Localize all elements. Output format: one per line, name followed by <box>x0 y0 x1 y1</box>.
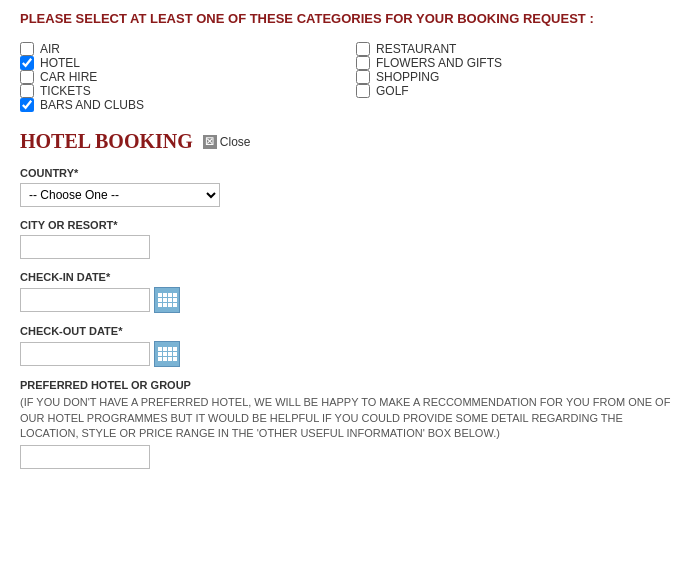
category-item-bars-clubs[interactable]: BARS AND CLUBS <box>20 98 336 112</box>
label-car-hire: CAR HIRE <box>40 70 97 84</box>
checkbox-tickets[interactable] <box>20 84 34 98</box>
checkout-label: CHECK-OUT DATE* <box>20 325 672 337</box>
label-hotel: HOTEL <box>40 56 80 70</box>
label-golf: GOLF <box>376 84 409 98</box>
checkin-calendar-button[interactable] <box>154 287 180 313</box>
city-label: CITY OR RESORT* <box>20 219 672 231</box>
label-restaurant: RESTAURANT <box>376 42 456 56</box>
category-item-shopping[interactable]: SHOPPING <box>356 70 672 84</box>
city-input[interactable] <box>20 235 150 259</box>
hotel-booking-header: HOTEL BOOKING ☒ Close <box>20 130 672 153</box>
categories-grid: AIR HOTEL CAR HIRE TICKETS BARS AND CLUB… <box>20 42 672 112</box>
instruction-text: PLEASE SELECT AT LEAST ONE OF THESE CATE… <box>20 10 672 28</box>
checkbox-hotel[interactable] <box>20 56 34 70</box>
category-item-car-hire[interactable]: CAR HIRE <box>20 70 336 84</box>
checkin-row <box>20 287 672 313</box>
preferred-hotel-desc: (IF YOU DON'T HAVE A PREFERRED HOTEL, WE… <box>20 395 672 441</box>
label-flowers-gifts: FLOWERS AND GIFTS <box>376 56 502 70</box>
checkbox-golf[interactable] <box>356 84 370 98</box>
category-item-flowers-gifts[interactable]: FLOWERS AND GIFTS <box>356 56 672 70</box>
close-label: Close <box>220 135 251 149</box>
checkbox-car-hire[interactable] <box>20 70 34 84</box>
country-select[interactable]: -- Choose One -- <box>20 183 220 207</box>
close-icon: ☒ <box>203 135 217 149</box>
checkbox-restaurant[interactable] <box>356 42 370 56</box>
category-item-hotel[interactable]: HOTEL <box>20 56 336 70</box>
label-tickets: TICKETS <box>40 84 91 98</box>
close-button[interactable]: ☒ Close <box>203 135 251 149</box>
label-bars-clubs: BARS AND CLUBS <box>40 98 144 112</box>
checkin-calendar-icon <box>158 293 177 307</box>
right-categories: RESTAURANT FLOWERS AND GIFTS SHOPPING GO… <box>356 42 672 112</box>
checkin-input[interactable] <box>20 288 150 312</box>
checkbox-shopping[interactable] <box>356 70 370 84</box>
checkout-calendar-button[interactable] <box>154 341 180 367</box>
checkbox-bars-clubs[interactable] <box>20 98 34 112</box>
city-group: CITY OR RESORT* <box>20 219 672 259</box>
preferred-hotel-group: PREFERRED HOTEL OR GROUP (IF YOU DON'T H… <box>20 379 672 469</box>
checkout-row <box>20 341 672 367</box>
category-item-air[interactable]: AIR <box>20 42 336 56</box>
preferred-hotel-input[interactable] <box>20 445 150 469</box>
checkbox-flowers-gifts[interactable] <box>356 56 370 70</box>
left-categories: AIR HOTEL CAR HIRE TICKETS BARS AND CLUB… <box>20 42 336 112</box>
country-group: COUNTRY* -- Choose One -- <box>20 167 672 207</box>
category-item-tickets[interactable]: TICKETS <box>20 84 336 98</box>
label-air: AIR <box>40 42 60 56</box>
checkin-group: CHECK-IN DATE* <box>20 271 672 313</box>
checkout-group: CHECK-OUT DATE* <box>20 325 672 367</box>
category-item-golf[interactable]: GOLF <box>356 84 672 98</box>
preferred-hotel-label: PREFERRED HOTEL OR GROUP <box>20 379 672 391</box>
category-item-restaurant[interactable]: RESTAURANT <box>356 42 672 56</box>
checkout-input[interactable] <box>20 342 150 366</box>
checkout-calendar-icon <box>158 347 177 361</box>
checkbox-air[interactable] <box>20 42 34 56</box>
hotel-booking-title: HOTEL BOOKING <box>20 130 193 153</box>
checkin-label: CHECK-IN DATE* <box>20 271 672 283</box>
label-shopping: SHOPPING <box>376 70 439 84</box>
country-label: COUNTRY* <box>20 167 672 179</box>
